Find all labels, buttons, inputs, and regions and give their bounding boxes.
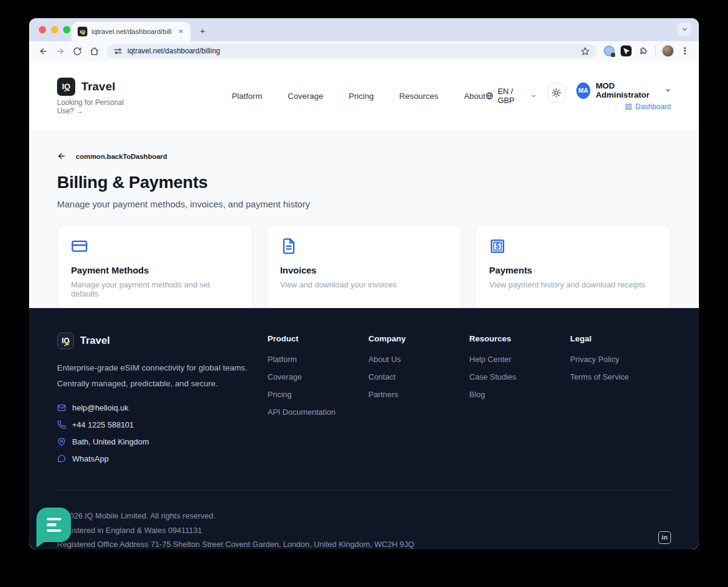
nav-link[interactable]: Platform	[232, 92, 262, 101]
site-header: IQ Travel Looking for Personal Use? → Pl…	[29, 61, 699, 132]
chat-widget-button[interactable]	[36, 508, 71, 542]
location-pin-icon	[57, 437, 66, 446]
nav-link[interactable]: About	[464, 92, 485, 101]
close-window-button[interactable]	[39, 26, 46, 33]
payment-methods-card[interactable]: Payment Methods Manage your payment meth…	[57, 225, 253, 311]
new-tab-button[interactable]: +	[197, 25, 209, 37]
main-nav: PlatformCoveragePricingResourcesAbout	[232, 92, 485, 101]
footer-column-links: Privacy PolicyTerms of Service	[570, 355, 671, 381]
brand-name: Travel	[81, 80, 115, 93]
toolbar-divider	[655, 46, 656, 56]
site-footer: IQ Travel Enterprise-grade eSIM connecti…	[29, 308, 699, 549]
footer-link[interactable]: Pricing	[268, 390, 368, 399]
footer-link[interactable]: Blog	[470, 390, 570, 399]
mail-icon	[57, 403, 66, 412]
window-controls	[39, 26, 70, 33]
footer-link[interactable]: Terms of Service	[570, 372, 671, 381]
site-favicon-icon: IQ	[78, 27, 87, 36]
billing-cards: Payment Methods Manage your payment meth…	[57, 225, 671, 311]
tab-search-chevron-icon[interactable]	[677, 22, 692, 36]
footer-brand: IQ Travel Enterprise-grade eSIM connecti…	[57, 332, 268, 463]
credit-card-icon	[71, 238, 88, 255]
user-menu[interactable]: MA MOD Administrator	[576, 81, 671, 99]
profile-avatar[interactable]	[660, 43, 676, 59]
reload-button[interactable]	[69, 43, 85, 59]
minimize-window-button[interactable]	[51, 26, 58, 33]
iq-logo: IQ	[57, 332, 74, 349]
footer-column: Legal Privacy PolicyTerms of Service	[570, 332, 671, 463]
browser-tab[interactable]: IQ iqtravel.net/dashboard/billing ×	[72, 22, 190, 41]
contact-whatsapp[interactable]: WhatsApp	[57, 454, 268, 463]
dashboard-link[interactable]: Dashboard	[625, 102, 671, 111]
contact-phone[interactable]: +44 1225 588101	[57, 420, 268, 429]
footer-link[interactable]: Contact	[368, 372, 469, 381]
footer-brand-name: Travel	[80, 335, 110, 347]
card-description: View payment history and download receip…	[489, 280, 657, 289]
home-button[interactable]	[86, 43, 102, 59]
nav-link[interactable]: Pricing	[349, 92, 374, 101]
contact-location[interactable]: Bath, United Kingdom	[57, 437, 268, 446]
footer-column-links: About UsContactPartners	[368, 355, 469, 399]
iq-logo: IQ	[57, 78, 75, 96]
zoom-window-button[interactable]	[63, 26, 70, 33]
footer-column: Resources Help CenterCase StudiesBlog	[470, 332, 570, 463]
footer-link-columns: Product PlatformCoveragePricingAPI Docum…	[268, 332, 671, 463]
browser-window: IQ iqtravel.net/dashboard/billing × + iq…	[29, 18, 699, 549]
page-content: IQ Travel Looking for Personal Use? → Pl…	[29, 61, 699, 549]
url-text[interactable]: iqtravel.net/dashboard/billing	[127, 47, 575, 55]
back-to-dashboard-link[interactable]: common.backToDashboard	[57, 152, 671, 161]
chevron-down-icon	[665, 87, 671, 94]
theme-toggle-button[interactable]	[547, 82, 565, 103]
browser-menu-kebab-icon[interactable]: ⋮	[677, 43, 693, 59]
footer-link[interactable]: Coverage	[268, 372, 368, 381]
address-bar[interactable]: iqtravel.net/dashboard/billing	[107, 44, 596, 58]
nav-link[interactable]: Resources	[399, 92, 439, 101]
extension-cursor-icon[interactable]	[618, 43, 634, 59]
footer-link[interactable]: Partners	[368, 390, 469, 399]
legal-line: Registered in England & Wales 09411131	[57, 523, 414, 538]
footer-column-links: Help CenterCase StudiesBlog	[470, 355, 570, 399]
footer-description: Enterprise-grade eSIM connectivity for g…	[57, 360, 268, 392]
footer-link[interactable]: Platform	[268, 355, 368, 364]
personal-use-link[interactable]: Looking for Personal Use? →	[57, 98, 141, 115]
bookmark-star-icon[interactable]	[579, 45, 590, 56]
tab-close-icon[interactable]: ×	[176, 27, 186, 36]
footer-column-heading: Legal	[570, 334, 671, 343]
linkedin-icon[interactable]: in	[658, 531, 671, 544]
footer-link[interactable]: Case Studies	[470, 372, 570, 381]
user-name: MOD Administrator	[596, 81, 659, 99]
card-description: Manage your payment methods and set defa…	[71, 280, 239, 298]
user-avatar: MA	[576, 82, 590, 99]
legal-line: Registered Office Address 71-75 Shelton …	[57, 537, 414, 549]
footer-column-heading: Resources	[470, 334, 570, 343]
back-button[interactable]	[35, 43, 51, 59]
footer-link[interactable]: Help Center	[470, 355, 570, 364]
contact-email[interactable]: help@helloiq.uk	[57, 403, 268, 412]
browser-toolbar: iqtravel.net/dashboard/billing ⋮	[29, 41, 699, 61]
footer-link[interactable]: About Us	[368, 355, 469, 364]
nav-link[interactable]: Coverage	[288, 92, 323, 101]
banknote-icon: $	[489, 238, 506, 255]
footer-column-heading: Company	[368, 334, 469, 343]
invoice-document-icon	[280, 238, 297, 255]
invoices-card[interactable]: Invoices View and download your invoices	[266, 225, 462, 311]
tab-strip: IQ iqtravel.net/dashboard/billing × +	[29, 18, 699, 41]
payments-card[interactable]: $ Payments View payment history and down…	[475, 225, 671, 311]
brand-block[interactable]: IQ Travel Looking for Personal Use? →	[57, 78, 141, 115]
extension-privacy-icon[interactable]	[601, 43, 617, 59]
phone-icon	[57, 420, 66, 429]
locale-label: EN / GBP	[497, 87, 527, 105]
extensions-puzzle-icon[interactable]	[635, 43, 651, 59]
footer-column: Company About UsContactPartners	[368, 332, 469, 463]
locale-selector[interactable]: EN / GBP	[485, 87, 536, 105]
footer-link[interactable]: Privacy Policy	[570, 355, 671, 364]
footer-link[interactable]: API Documentation	[268, 408, 368, 417]
dashboard-grid-icon	[625, 103, 632, 110]
page-title: Billing & Payments	[57, 173, 671, 192]
forward-button[interactable]	[52, 43, 68, 59]
user-block: MA MOD Administrator Dashboard	[576, 81, 671, 111]
footer-column-heading: Product	[268, 334, 368, 343]
site-settings-icon[interactable]	[113, 46, 123, 56]
arrow-left-icon	[57, 152, 66, 161]
card-title: Payments	[489, 265, 657, 275]
